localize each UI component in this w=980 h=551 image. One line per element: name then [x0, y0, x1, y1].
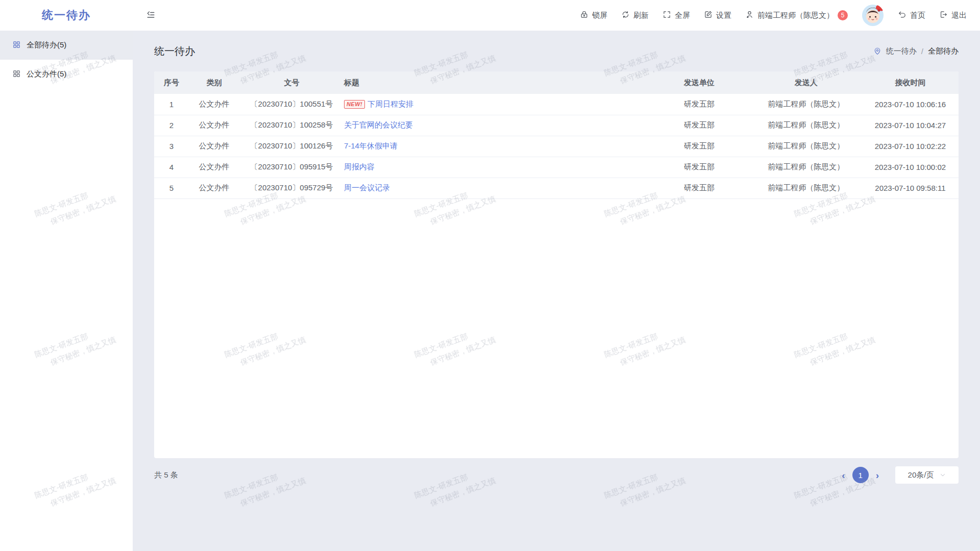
- grid-icon: [12, 69, 21, 80]
- sidebar-item-official-docs[interactable]: 公文办件(5): [0, 60, 133, 89]
- breadcrumb-item[interactable]: 统一待办: [886, 46, 917, 56]
- user-icon: [745, 10, 754, 20]
- cell-doc-no: 〔20230710〕100551号: [239, 94, 344, 115]
- sidebar-item-label: 全部待办(5): [27, 40, 66, 50]
- cell-no: 4: [154, 157, 189, 178]
- cell-sender-unit: 研发五部: [648, 94, 750, 115]
- home-label: 首页: [910, 11, 925, 20]
- pagination-bar: 共 5 条 ‹ 1 › 20条/页: [154, 466, 959, 484]
- col-header-received-at: 接收时间: [862, 71, 959, 94]
- back-home-icon: [898, 10, 906, 20]
- fullscreen-label: 全屏: [675, 11, 690, 20]
- sidebar: 全部待办(5) 公文办件(5): [0, 31, 133, 551]
- cell-title: 7-14年休假申请: [344, 136, 648, 157]
- col-header-sender: 发送人: [750, 71, 862, 94]
- cell-category: 公文办件: [189, 136, 239, 157]
- cell-no: 3: [154, 136, 189, 157]
- fullscreen-button[interactable]: 全屏: [663, 10, 690, 20]
- table-row: 1 公文办件 〔20230710〕100551号 NEW!下周日程安排 研发五部…: [154, 94, 959, 115]
- refresh-button[interactable]: 刷新: [621, 10, 649, 20]
- logout-icon: [939, 10, 948, 20]
- cell-category: 公文办件: [189, 94, 239, 115]
- todo-title-link[interactable]: 周报内容: [344, 162, 375, 171]
- settings-button[interactable]: 设置: [704, 10, 731, 20]
- page-number-1[interactable]: 1: [852, 467, 869, 483]
- menu-fold-icon: [146, 10, 156, 21]
- cell-no: 1: [154, 94, 189, 115]
- cell-title: 周一会议记录: [344, 178, 648, 198]
- user-name-label: 前端工程师（陈思文）: [757, 11, 834, 20]
- col-header-doc-no: 文号: [239, 71, 344, 94]
- todo-title-link[interactable]: 周一会议记录: [344, 183, 390, 192]
- todo-table: 序号 类别 文号 标题 发送单位 发送人 接收时间 1 公文办件 〔202307…: [154, 71, 959, 199]
- breadcrumb-separator: /: [921, 47, 923, 56]
- total-count-label: 共 5 条: [154, 470, 178, 480]
- top-header: 统一待办 锁屏 刷新 全屏 设置: [0, 0, 980, 31]
- user-info-button[interactable]: 前端工程师（陈思文） 5: [745, 10, 848, 20]
- todo-table-card: 序号 类别 文号 标题 发送单位 发送人 接收时间 1 公文办件 〔202307…: [154, 71, 959, 458]
- cell-received-at: 2023-07-10 10:00:02: [862, 157, 959, 178]
- lock-icon: [580, 10, 589, 20]
- col-header-sender-unit: 发送单位: [648, 71, 750, 94]
- page-size-select[interactable]: 20条/页: [895, 466, 959, 484]
- cell-sender: 前端工程师（陈思文）: [750, 157, 862, 178]
- cell-received-at: 2023-07-10 10:02:22: [862, 136, 959, 157]
- chevron-down-icon: [940, 472, 946, 478]
- next-page-button[interactable]: ›: [871, 470, 884, 480]
- page-title: 统一待办: [154, 44, 195, 58]
- cell-sender-unit: 研发五部: [648, 115, 750, 136]
- fullscreen-icon: [663, 10, 671, 20]
- cell-title: 周报内容: [344, 157, 648, 178]
- cell-sender: 前端工程师（陈思文）: [750, 94, 862, 115]
- cell-category: 公文办件: [189, 178, 239, 198]
- sidebar-fold-button[interactable]: [146, 10, 156, 21]
- prev-page-button[interactable]: ‹: [837, 470, 850, 480]
- lock-screen-button[interactable]: 锁屏: [580, 10, 607, 20]
- lock-screen-label: 锁屏: [592, 11, 607, 20]
- cell-sender-unit: 研发五部: [648, 136, 750, 157]
- logout-button[interactable]: 退出: [939, 10, 967, 20]
- table-row: 5 公文办件 〔20230710〕095729号 周一会议记录 研发五部 前端工…: [154, 178, 959, 198]
- cell-sender-unit: 研发五部: [648, 157, 750, 178]
- cell-title: 关于官网的会议纪要: [344, 115, 648, 136]
- table-row: 3 公文办件 〔20230710〕100126号 7-14年休假申请 研发五部 …: [154, 136, 959, 157]
- col-header-no: 序号: [154, 71, 189, 94]
- breadcrumb: 统一待办 / 全部待办: [873, 46, 959, 56]
- cell-doc-no: 〔20230710〕095729号: [239, 178, 344, 198]
- sidebar-item-label: 公文办件(5): [27, 69, 66, 79]
- logout-label: 退出: [951, 11, 967, 20]
- cell-no: 5: [154, 178, 189, 198]
- page-size-value: 20条/页: [908, 470, 934, 480]
- refresh-label: 刷新: [633, 11, 649, 20]
- avatar[interactable]: [862, 4, 884, 27]
- todo-count-badge: 5: [838, 10, 848, 20]
- cell-category: 公文办件: [189, 115, 239, 136]
- cell-received-at: 2023-07-10 09:58:11: [862, 178, 959, 198]
- location-pin-icon: [873, 47, 881, 55]
- grid-icon: [12, 40, 21, 51]
- todo-table-body: 1 公文办件 〔20230710〕100551号 NEW!下周日程安排 研发五部…: [154, 94, 959, 198]
- cell-doc-no: 〔20230710〕100126号: [239, 136, 344, 157]
- table-header-row: 序号 类别 文号 标题 发送单位 发送人 接收时间: [154, 71, 959, 94]
- cell-title: NEW!下周日程安排: [344, 94, 648, 115]
- logo-area: 统一待办: [0, 8, 133, 23]
- sidebar-item-all-todos[interactable]: 全部待办(5): [0, 31, 133, 60]
- table-row: 2 公文办件 〔20230710〕100258号 关于官网的会议纪要 研发五部 …: [154, 115, 959, 136]
- cell-sender: 前端工程师（陈思文）: [750, 115, 862, 136]
- todo-title-link[interactable]: 7-14年休假申请: [344, 141, 398, 150]
- settings-label: 设置: [716, 11, 731, 20]
- col-header-category: 类别: [189, 71, 239, 94]
- new-badge: NEW!: [344, 100, 365, 109]
- col-header-title: 标题: [344, 71, 648, 94]
- breadcrumb-item-current: 全部待办: [928, 46, 959, 56]
- cell-received-at: 2023-07-10 10:06:16: [862, 94, 959, 115]
- table-row: 4 公文办件 〔20230710〕095915号 周报内容 研发五部 前端工程师…: [154, 157, 959, 178]
- home-button[interactable]: 首页: [898, 10, 925, 20]
- cell-doc-no: 〔20230710〕100258号: [239, 115, 344, 136]
- cell-sender: 前端工程师（陈思文）: [750, 178, 862, 198]
- todo-title-link[interactable]: 关于官网的会议纪要: [344, 120, 413, 129]
- todo-title-link[interactable]: 下周日程安排: [368, 99, 413, 108]
- cell-sender-unit: 研发五部: [648, 178, 750, 198]
- cell-no: 2: [154, 115, 189, 136]
- cell-category: 公文办件: [189, 157, 239, 178]
